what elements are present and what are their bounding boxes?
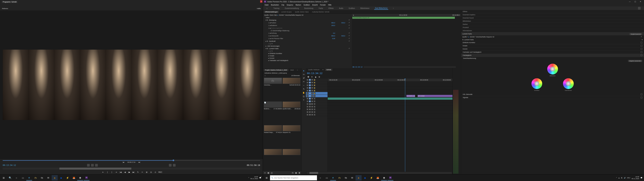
side-panel-protokoll[interactable]: Protokoll bbox=[461, 26, 644, 29]
workspace-effekte[interactable]: Effekte bbox=[328, 7, 334, 10]
workspace-active[interactable]: Zwei Bildschirme bbox=[374, 7, 388, 10]
vtrack-header-V3[interactable]: fxV3👁🔒 bbox=[306, 87, 328, 89]
transport-btn-5[interactable]: ◀ bbox=[124, 171, 126, 174]
vtrack-lane[interactable] bbox=[328, 87, 452, 89]
panel-overflow-icon[interactable]: » bbox=[296, 69, 299, 71]
scrub-bar[interactable] bbox=[3, 160, 260, 161]
apply-match-button[interactable]: Abgleich anwenden bbox=[628, 60, 642, 62]
lumetri-section[interactable]: Farbräder und Farbabgleich bbox=[461, 50, 644, 54]
snap-icon[interactable]: �磁 bbox=[307, 76, 310, 78]
transport-btn-11[interactable]: ⊡ bbox=[150, 171, 152, 174]
bin-item[interactable]: Schnitt 03:03:15 bbox=[282, 78, 300, 101]
vtrack-lane[interactable] bbox=[328, 92, 452, 95]
atrack-lane[interactable] bbox=[328, 108, 452, 111]
project-tab[interactable]: Projekt: Brahms Sinfonie 2_2020 bbox=[264, 69, 288, 71]
workspace-bearbeitung[interactable]: Bearbeitung bbox=[304, 7, 314, 10]
tool-2[interactable]: ⇄ bbox=[302, 76, 305, 79]
program-tab[interactable]: Programm: Schnitt bbox=[1, 1, 18, 3]
tool-7[interactable]: Q bbox=[302, 95, 305, 98]
prop-row[interactable]: ◇ ▸Skalierungsbreite↺ bbox=[263, 27, 352, 30]
button-editor-icon[interactable]: + bbox=[260, 175, 262, 178]
transport-btn-6[interactable]: ▶ bbox=[128, 171, 131, 174]
video-clip[interactable]: [MC1 Ad2a4 bbox=[418, 95, 452, 97]
atrack-lane[interactable] bbox=[328, 97, 452, 100]
edge-icon[interactable]: e bbox=[26, 175, 32, 180]
tool-3[interactable]: ✂ bbox=[302, 80, 305, 83]
tray-chevron-icon[interactable]: ^ bbox=[248, 177, 249, 179]
section-checkbox[interactable] bbox=[641, 54, 642, 56]
fx-tab-1[interactable]: Lumetri-Scopes bbox=[280, 11, 293, 13]
lumetri-item[interactable]: ▸ Einfache Korrektur bbox=[263, 52, 352, 55]
lumetri-section[interactable]: Vignette bbox=[461, 96, 644, 99]
lumetri-item[interactable]: ▸ Kreativ bbox=[263, 55, 352, 57]
audio-clip[interactable] bbox=[328, 98, 452, 100]
export-frame-icon[interactable] bbox=[95, 164, 98, 166]
mark-in-icon[interactable]: |◀ bbox=[122, 162, 124, 163]
prop-row[interactable]: ◇ ▸Skalieren100,0↺ bbox=[263, 24, 352, 27]
tray-chevron-icon[interactable]: ^ bbox=[616, 177, 617, 179]
atrack-lane[interactable] bbox=[328, 116, 452, 119]
bin-item[interactable]: Nested Sequ…07:46;24 bbox=[264, 125, 282, 148]
chrome-icon[interactable]: ◉ bbox=[381, 175, 387, 180]
workspace-bibliotheken[interactable]: Bibliotheken bbox=[360, 7, 370, 10]
transport-btn-8[interactable]: ↻ bbox=[137, 171, 139, 174]
time-group[interactable]: ▸Zeit-Verzerrungen bbox=[263, 45, 352, 47]
atrack-header-A8[interactable]: fxA8MS bbox=[306, 114, 328, 116]
program-scrollbar[interactable] bbox=[3, 168, 260, 170]
side-panel-informationen[interactable]: Informationen bbox=[461, 29, 644, 32]
bin-item[interactable]: Sequenz 01 bbox=[282, 125, 300, 148]
workspace-zusammenstellung[interactable]: Zusammenstellung bbox=[284, 7, 300, 10]
clock[interactable]: 19:0509.11.2020 bbox=[250, 176, 258, 180]
explorer-icon[interactable]: 🗀 bbox=[336, 175, 342, 180]
highlights-wheel[interactable] bbox=[563, 78, 574, 89]
atrack-lane[interactable] bbox=[328, 111, 452, 114]
lumetri-section[interactable]: Kreativ bbox=[461, 44, 644, 48]
settings-icon[interactable]: ⚙ bbox=[318, 76, 321, 78]
tool-0[interactable]: ▲ bbox=[302, 69, 305, 72]
media-tab[interactable]: Medi bbox=[289, 69, 295, 71]
network-icon[interactable]: 🖧 bbox=[621, 177, 622, 179]
search-icon[interactable]: 🔍 bbox=[7, 175, 13, 180]
atrack-header-Audio 4[interactable]: fxAudio 4MS bbox=[306, 103, 328, 106]
store-icon[interactable]: 🛍 bbox=[343, 175, 349, 180]
compare-button[interactable]: Vergleichsansicht bbox=[629, 33, 642, 35]
vtrack-lane[interactable] bbox=[328, 89, 452, 92]
marker-icon[interactable]: ◆ bbox=[314, 76, 317, 78]
bin-item[interactable]: Quelle Multi…20:55;02 bbox=[282, 102, 300, 125]
atrack-lane[interactable] bbox=[328, 100, 452, 103]
lumetri-section[interactable]: HSL Sekundär bbox=[461, 93, 644, 96]
mail-icon[interactable]: ✉ bbox=[349, 175, 355, 180]
side-panel-essential-sound[interactable]: Essential Sound bbox=[461, 16, 644, 20]
close-icon[interactable]: × bbox=[260, 0, 262, 3]
side-panel-effekte[interactable]: Effekte bbox=[461, 10, 644, 13]
shadows-wheel[interactable] bbox=[532, 78, 542, 89]
cortana-icon[interactable]: ○ bbox=[317, 175, 323, 180]
taskview-icon[interactable]: ▭ bbox=[324, 175, 330, 180]
lang-indicator[interactable]: DEU bbox=[627, 177, 630, 179]
vtrack-header-V1[interactable]: fxV1👁🔒 bbox=[306, 92, 328, 95]
icon-view-icon[interactable]: ▦ bbox=[267, 172, 270, 174]
close-button[interactable]: ✕ bbox=[638, 0, 643, 3]
fx-tab-0[interactable]: Effekteinstellungen bbox=[264, 11, 279, 13]
menu-marken[interactable]: Marken bbox=[296, 4, 301, 6]
extract-icon[interactable] bbox=[91, 164, 94, 166]
lumetri-section[interactable]: Einfache Korrektur bbox=[461, 41, 644, 44]
explorer-icon[interactable]: 🗀 bbox=[32, 175, 38, 180]
prop-row[interactable]: ◇ ▸Position960,0540,0↺ bbox=[263, 22, 352, 24]
lumetri-reset-icon[interactable]: ↺ bbox=[641, 36, 643, 38]
workspace-overflow-icon[interactable]: » bbox=[393, 7, 394, 9]
lumetri-item[interactable]: ▸ Farbräder und Farbabgleich bbox=[263, 59, 352, 62]
tool-6[interactable]: ✋ bbox=[302, 91, 305, 94]
workspace-grafiken[interactable]: Grafiken bbox=[348, 7, 356, 10]
search-box[interactable]: 🔍 bbox=[270, 175, 317, 180]
transport-btn-12[interactable]: ⎙ bbox=[154, 171, 157, 174]
bolt-icon[interactable]: ⚡ bbox=[64, 175, 70, 180]
clock[interactable]: 19:0509.11.2020 bbox=[632, 176, 639, 180]
transport-btn-3[interactable]: ⇥ bbox=[115, 171, 118, 174]
onedrive-icon[interactable]: ☁ bbox=[618, 177, 620, 179]
home-icon[interactable]: ⌂ bbox=[266, 7, 269, 10]
taskview-icon[interactable]: ▭ bbox=[20, 175, 26, 180]
list-view-icon[interactable]: ≡ bbox=[264, 172, 266, 174]
playhead[interactable] bbox=[405, 78, 405, 172]
mail-icon[interactable]: ✉ bbox=[45, 175, 51, 180]
